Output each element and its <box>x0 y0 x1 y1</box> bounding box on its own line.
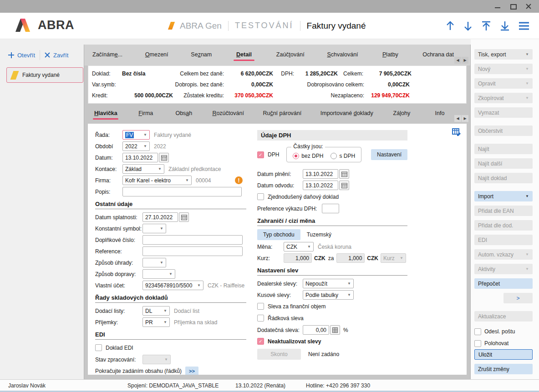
dph-checkbox[interactable] <box>257 151 264 158</box>
radio-bez-dph[interactable]: bez DPH <box>293 153 323 159</box>
import-button[interactable]: Import▼ <box>474 191 533 201</box>
zrusit-zmeny-button[interactable]: Zrušit změny <box>474 364 533 374</box>
subtab-scroll-right-icon[interactable]: ▶ <box>462 115 468 122</box>
radkova-checkbox[interactable] <box>257 315 264 322</box>
preference-input[interactable] <box>322 204 339 213</box>
reference-input[interactable] <box>142 246 243 256</box>
dealerske-combo[interactable]: Nepoužít ▼ <box>303 279 354 288</box>
tab-scroll-right-icon[interactable]: ▶ <box>462 57 468 64</box>
tab-label: Ochrana dat <box>422 51 454 58</box>
rada-combo[interactable]: FV ▼ <box>122 130 150 140</box>
prev-record-icon[interactable] <box>445 20 455 31</box>
continue-button[interactable]: >> <box>185 367 198 375</box>
zjednoduseny-label: Zjednodušený daňový doklad <box>268 194 339 200</box>
close-icon[interactable] <box>525 3 532 10</box>
tab-seznam[interactable]: Seznam <box>191 49 212 61</box>
dalsi-akce-button[interactable]: > <box>503 293 533 303</box>
kurz-currency-2: CZK <box>367 255 378 261</box>
uhrady-combo[interactable]: ▼ <box>142 258 166 267</box>
radio-s-dph[interactable]: s DPH <box>331 153 355 159</box>
subtab-firma[interactable]: Firma <box>136 108 155 120</box>
kusove-combo[interactable]: Podle tabulky ▼ <box>303 290 354 300</box>
datum-input[interactable]: 13.10.2022 <box>122 153 158 162</box>
subtab-rucni-parovani[interactable]: Ruční párování <box>263 108 301 120</box>
ulozit-button[interactable]: Uložit <box>474 349 533 360</box>
sidebar-check-odesl-postu[interactable]: Odesl. poštu <box>474 326 539 337</box>
section-edi: EDI <box>95 329 246 340</box>
sleva-fin-checkbox[interactable] <box>257 303 264 310</box>
skonto-note: Není zadáno <box>308 351 339 357</box>
menu-icon[interactable] <box>518 21 530 31</box>
sidebar-check-polohovat[interactable]: Polohovat <box>474 337 539 349</box>
tab-schvalovani[interactable]: Schvalování <box>327 49 358 61</box>
chevron-down-icon: ▼ <box>197 283 201 287</box>
zjednoduseny-checkbox[interactable] <box>257 193 264 200</box>
edit-form-icon[interactable] <box>452 128 461 137</box>
prepocet-button[interactable]: Přepočet <box>474 278 533 289</box>
skonto-button: Skonto <box>257 349 301 360</box>
tab-zaciname[interactable]: Začínáme... <box>92 49 122 61</box>
subtab-rozuctovani[interactable]: Rozúčtování <box>212 108 244 120</box>
first-record-icon[interactable] <box>481 20 492 31</box>
tab-ochrana-dat[interactable]: Ochrana dat <box>422 49 454 61</box>
odesl-postu-checkbox[interactable] <box>474 328 481 335</box>
tab-omezeni[interactable]: Omezení <box>145 49 168 61</box>
subtab-importovane-doklady[interactable]: Importované doklady <box>320 108 373 120</box>
close-agenda-button[interactable]: Zavřít <box>45 52 68 59</box>
dopravy-combo[interactable]: ▼ <box>142 269 175 279</box>
next-record-icon[interactable] <box>463 20 473 31</box>
subtab-hlavicka[interactable]: Hlavička <box>94 108 117 120</box>
calculator-icon[interactable] <box>330 325 340 335</box>
form-column-left: Řada: FV ▼ Faktury vydané Období 2022 ▼ … <box>95 130 246 375</box>
doplnkove-input[interactable] <box>142 235 243 245</box>
dodatecna-input[interactable]: 0,00 <box>303 325 329 335</box>
summary-row: Kredit:500 000,00CZKZůstatek kreditu:370… <box>92 90 463 101</box>
subtab-info[interactable]: Info <box>430 108 449 120</box>
summary-pair-dph: DPH:1 285,20CZK <box>273 70 338 77</box>
typ-obchodu-button[interactable]: Typ obchodu <box>257 229 300 240</box>
open-agenda-button[interactable]: Otevřít <box>8 52 35 59</box>
prijemky-combo[interactable]: PR ▼ <box>142 317 170 327</box>
minimize-icon[interactable] <box>494 3 501 10</box>
agenda-item-faktury-vydane[interactable]: Faktury vydané <box>6 67 83 83</box>
dodaci-value: DL <box>145 308 152 314</box>
kontace-combo[interactable]: Základ ▼ <box>122 164 164 174</box>
status-date: 13.10.2022 (Renáta) <box>235 382 285 389</box>
field-doplnkove-cislo: Doplňkové číslo: <box>95 235 246 245</box>
calendar-icon[interactable] <box>339 181 349 190</box>
splatnost-input[interactable]: 27.10.2022 <box>142 212 178 222</box>
subtab-scroll-left-icon[interactable]: ◀ <box>454 115 461 122</box>
doklad-edi-checkbox[interactable] <box>95 344 102 351</box>
nastaveni-button[interactable]: Nastavení <box>371 149 407 160</box>
odvodu-input[interactable]: 13.10.2022 <box>303 181 338 190</box>
section-rady-skladovych: Řady skladových dokladů <box>95 292 246 303</box>
tab-detail[interactable]: Detail <box>234 49 254 61</box>
subtab-zalohy[interactable]: Zálohy <box>392 108 411 120</box>
ucet-combo[interactable]: 92345678910/5500 ▼ <box>142 281 203 290</box>
plneni-input[interactable]: 13.10.2022 <box>303 169 338 179</box>
radio-bez-dph-label: bez DPH <box>301 153 323 159</box>
mena-combo[interactable]: CZK ▼ <box>284 242 314 251</box>
konst-symbol-combo[interactable]: ▼ <box>142 224 166 233</box>
dph-row: DPH Částky jsou: bez DPH s DPH Nastavení <box>257 145 407 165</box>
tab-scroll-left-icon[interactable]: ◀ <box>454 57 461 64</box>
percent-label: % <box>343 327 348 333</box>
calendar-icon[interactable] <box>179 212 189 222</box>
polohovat-checkbox[interactable] <box>474 340 481 347</box>
calendar-icon[interactable] <box>159 153 169 162</box>
tab-platby[interactable]: Platby <box>381 49 400 61</box>
najit-button: Najít <box>474 144 533 154</box>
maximize-icon[interactable] <box>510 3 516 10</box>
dodaci-combo[interactable]: DL ▼ <box>142 306 170 316</box>
firma-value: Kofr Karel - elektro <box>125 177 171 184</box>
calendar-icon[interactable] <box>339 169 349 179</box>
obdobi-combo[interactable]: 2022 ▼ <box>122 141 150 151</box>
tisk-export-button[interactable]: Tisk, export▼ <box>474 49 533 60</box>
tab-zauctovani[interactable]: Zaúčtování <box>276 49 305 61</box>
subtab-obsah[interactable]: Obsah <box>174 108 193 120</box>
open-agenda-label: Otevřít <box>17 52 35 59</box>
popis-input[interactable] <box>122 187 242 196</box>
firma-combo[interactable]: Kofr Karel - elektro ▼ <box>122 176 192 185</box>
neaktualizovat-checkbox[interactable] <box>257 338 264 345</box>
last-record-icon[interactable] <box>499 20 510 31</box>
